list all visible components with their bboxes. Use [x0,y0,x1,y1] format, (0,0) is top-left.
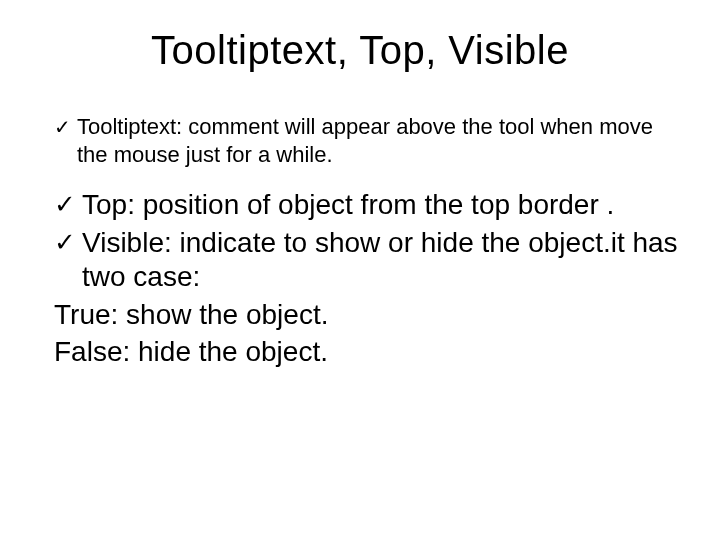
check-icon: ✓ [54,115,71,140]
check-icon: ✓ [54,189,76,221]
bullet-top-text: Top: position of object from the top bor… [82,188,684,222]
bullet-tooltiptext: ✓ Tooltiptext: comment will appear above… [54,113,684,168]
slide-title: Tooltiptext, Top, Visible [36,28,684,73]
bullet-top: ✓ Top: position of object from the top b… [54,188,684,222]
bullet-tooltiptext-text: Tooltiptext: comment will appear above t… [77,113,684,168]
slide-content: ✓ Tooltiptext: comment will appear above… [36,113,684,369]
line-false: False: hide the object. [54,335,684,369]
bullet-visible: ✓ Visible: indicate to show or hide the … [54,226,684,294]
line-true: True: show the object. [54,298,684,332]
check-icon: ✓ [54,227,76,259]
bullet-visible-text: Visible: indicate to show or hide the ob… [82,226,684,294]
